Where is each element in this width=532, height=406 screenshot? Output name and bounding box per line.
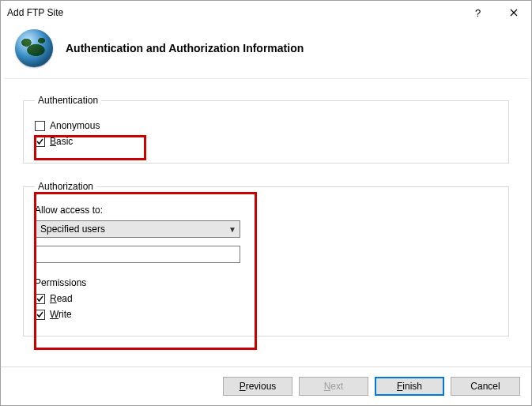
allow-access-select[interactable]: Specified users ▼ (35, 220, 240, 238)
previous-button[interactable]: Previous (223, 377, 292, 396)
close-button[interactable] (496, 1, 531, 24)
cancel-button[interactable]: Cancel (451, 377, 520, 396)
write-checkbox[interactable] (35, 310, 45, 320)
read-label: Read (50, 293, 73, 304)
users-input[interactable] (35, 246, 240, 263)
titlebar: Add FTP Site ? (1, 1, 531, 24)
wizard-footer: Previous Next Finish Cancel (1, 367, 531, 405)
chevron-down-icon: ▼ (228, 225, 236, 234)
authorization-group: Authorization Allow access to: Specified… (23, 181, 509, 336)
basic-checkbox[interactable] (35, 137, 45, 147)
window-title: Add FTP Site (7, 7, 460, 18)
write-row: Write (35, 309, 497, 320)
next-button: Next (299, 377, 368, 396)
permissions-label: Permissions (35, 277, 497, 288)
finish-button[interactable]: Finish (375, 377, 444, 396)
read-checkbox[interactable] (35, 294, 45, 304)
allow-access-label: Allow access to: (35, 205, 497, 216)
authorization-legend: Authorization (35, 181, 96, 192)
anonymous-label: Anonymous (50, 120, 100, 131)
wizard-header: Authentication and Authorization Informa… (1, 24, 531, 78)
wizard-body: Authentication Anonymous Basic Authoriza… (1, 79, 531, 367)
write-label: Write (50, 309, 72, 320)
basic-label: Basic (50, 136, 73, 147)
basic-row: Basic (35, 136, 497, 147)
globe-icon (15, 29, 53, 67)
authentication-legend: Authentication (35, 95, 101, 106)
close-icon (510, 9, 518, 17)
dialog-add-ftp-site: Add FTP Site ? Authentication and Author… (0, 0, 532, 406)
allow-access-value: Specified users (40, 224, 105, 235)
page-title: Authentication and Authorization Informa… (66, 42, 304, 55)
help-button[interactable]: ? (460, 1, 496, 24)
anonymous-checkbox[interactable] (35, 121, 45, 131)
authentication-group: Authentication Anonymous Basic (23, 95, 509, 164)
anonymous-row: Anonymous (35, 120, 497, 131)
read-row: Read (35, 293, 497, 304)
